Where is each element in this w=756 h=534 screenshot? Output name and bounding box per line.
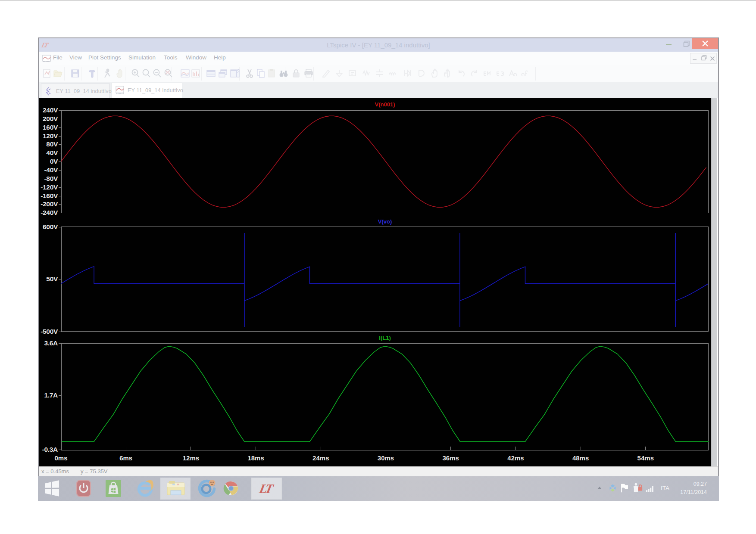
- svg-text:54ms: 54ms: [637, 454, 654, 462]
- svg-text:-0.3A: -0.3A: [42, 446, 58, 453]
- svg-text:600V: 600V: [43, 223, 58, 230]
- svg-text:0ms: 0ms: [54, 454, 67, 462]
- svg-text:-120V: -120V: [41, 183, 58, 191]
- svg-text:48ms: 48ms: [572, 454, 589, 462]
- svg-text:-40V: -40V: [44, 166, 58, 174]
- svg-text:240V: 240V: [43, 106, 58, 114]
- svg-text:V(vo): V(vo): [378, 218, 392, 225]
- svg-text:160V: 160V: [43, 124, 58, 131]
- svg-text:-80V: -80V: [44, 175, 58, 182]
- svg-text:30ms: 30ms: [378, 454, 394, 462]
- svg-text:-160V: -160V: [41, 192, 58, 199]
- svg-text:80V: 80V: [46, 140, 58, 148]
- svg-text:40V: 40V: [46, 149, 58, 156]
- svg-text:-500V: -500V: [41, 328, 58, 335]
- svg-text:50V: 50V: [46, 275, 58, 283]
- svg-text:24ms: 24ms: [312, 454, 329, 462]
- svg-text:200V: 200V: [43, 115, 58, 122]
- svg-text:12ms: 12ms: [183, 454, 199, 462]
- svg-text:18ms: 18ms: [247, 454, 264, 462]
- svg-text:-200V: -200V: [41, 200, 58, 208]
- svg-text:36ms: 36ms: [443, 454, 459, 462]
- svg-text:-240V: -240V: [41, 209, 58, 216]
- svg-text:3.6A: 3.6A: [44, 339, 58, 347]
- svg-text:0V: 0V: [50, 158, 58, 165]
- svg-text:V(n001): V(n001): [375, 101, 395, 108]
- svg-text:42ms: 42ms: [507, 454, 524, 462]
- svg-text:120V: 120V: [43, 132, 58, 140]
- svg-text:1.7A: 1.7A: [44, 391, 58, 399]
- svg-text:I(L1): I(L1): [379, 335, 390, 341]
- svg-text:6ms: 6ms: [119, 454, 132, 462]
